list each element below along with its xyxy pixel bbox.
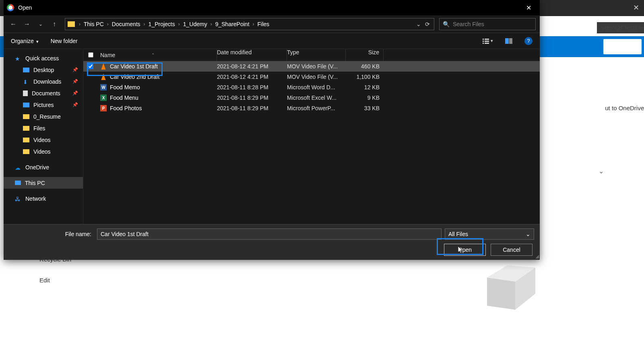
sidebar-label: Quick access [25,55,59,62]
open-button[interactable]: Open [444,244,486,256]
svg-rect-10 [505,38,509,44]
file-size-cell: 12 KB [346,84,384,90]
breadcrumb-udemy[interactable]: 1_Udemy [182,21,209,27]
download-icon: ⬇ [23,79,29,84]
help-button[interactable]: ? [524,37,533,45]
sidebar-label: Network [25,195,46,202]
sidebar-label: This PC [25,180,45,186]
sidebar-label: Documents [32,90,60,97]
svg-rect-4 [483,39,484,40]
file-size-cell: 9 KB [346,95,384,101]
file-name-cell: XFood Menu [98,95,217,101]
vlc-file-icon [100,63,107,70]
chevron-down-icon: ⌄ [526,231,530,237]
svg-rect-8 [483,43,484,44]
folder-icon [23,114,29,119]
dialog-toolbar: Organize ▾ New folder ▾ ? [4,33,540,49]
search-placeholder: Search Files [453,21,484,27]
address-dropdown-icon[interactable]: ⌄ [416,21,421,27]
pc-icon [15,181,21,185]
breadcrumb-sharepoint[interactable]: 9_SharePoint [214,21,251,27]
file-size-cell: 460 KB [346,63,384,70]
sidebar-this-pc[interactable]: This PC [4,177,83,189]
file-row[interactable]: XFood Menu2021-08-11 8:29 PMMicrosoft Ex… [83,93,540,103]
view-options-button[interactable]: ▾ [483,38,493,44]
column-checkbox[interactable] [83,52,98,58]
row-checkbox-cell[interactable] [83,64,98,69]
nav-recent-dropdown[interactable]: ⌄ [35,19,46,30]
breadcrumb-separator: › [178,21,181,27]
preview-pane-button[interactable] [505,38,512,44]
sidebar-files[interactable]: Files [4,122,83,134]
refresh-icon[interactable]: ⟳ [425,21,430,27]
sidebar-desktop[interactable]: Desktop 📌 [4,64,83,76]
sharepoint-search-box[interactable] [603,39,642,54]
file-type-cell: MOV Video File (V... [287,63,346,70]
select-all-checkbox[interactable] [88,52,93,58]
svg-rect-9 [485,43,489,44]
sidebar-documents[interactable]: Documents 📌 [4,87,83,99]
file-rows-container: Car Video 1st Draft2021-08-12 4:21 PMMOV… [83,61,540,113]
svg-rect-7 [485,41,489,42]
row-checkbox[interactable] [88,64,93,69]
sidebar-videos-1[interactable]: Videos [4,134,83,146]
nav-forward-button[interactable]: → [21,19,33,30]
breadcrumb-separator: › [78,21,81,27]
browser-close-icon[interactable]: ✕ [633,3,639,12]
column-name-header[interactable]: Name ⌃ [98,49,217,61]
breadcrumb-projects[interactable]: 1_Projects [147,21,177,27]
bg-nav-edit[interactable]: Edit [39,277,50,284]
sidebar-pictures[interactable]: Pictures 📌 [4,99,83,111]
breadcrumb-files[interactable]: Files [256,21,271,27]
file-row[interactable]: Car Video 1st Draft2021-08-12 4:21 PMMOV… [83,61,540,72]
svg-rect-6 [483,41,484,42]
dialog-title-bar[interactable]: Open ✕ [4,0,540,15]
onedrive-hint-text: ut to OneDrive [605,105,644,111]
pin-icon: 📌 [72,102,78,107]
chevron-down-icon[interactable]: ⌄ [599,167,604,175]
file-open-dialog: Open ✕ ← → ⌄ ↑ › This PC › Documents › 1… [4,0,540,260]
file-type-cell: Microsoft PowerP... [287,105,346,111]
vlc-file-icon [100,74,107,80]
column-size-header[interactable]: Size [346,49,384,61]
nav-up-button[interactable]: ↑ [49,19,60,30]
network-icon: 🖧 [15,196,21,202]
empty-folder-graphic [475,257,539,310]
column-name-label: Name [100,52,115,58]
sidebar-label: Files [33,125,45,132]
sidebar-network[interactable]: 🖧 Network [4,193,83,204]
breadcrumb-this-pc[interactable]: This PC [82,21,105,27]
file-type-cell: Microsoft Excel W... [287,95,346,101]
search-input[interactable]: 🔍 Search Files [439,18,536,30]
file-name-input[interactable] [97,228,442,240]
dialog-close-button[interactable]: ✕ [520,4,537,12]
organize-button[interactable]: Organize ▾ [11,38,39,44]
sidebar-downloads[interactable]: ⬇ Downloads 📌 [4,76,83,87]
file-name-cell: Car Video 1st Draft [98,63,217,70]
breadcrumb-address-bar[interactable]: › This PC › Documents › 1_Projects › 1_U… [65,18,434,30]
folder-icon [23,149,29,154]
sidebar-label: Videos [33,137,51,143]
column-type-header[interactable]: Type [287,49,346,61]
sidebar-onedrive[interactable]: ☁ OneDrive [4,161,83,173]
chevron-down-icon: ▾ [491,38,493,43]
cancel-button[interactable]: Cancel [491,244,533,256]
file-type-select[interactable]: All Files ⌄ [445,228,534,240]
nav-back-button[interactable]: ← [8,19,19,30]
new-folder-button[interactable]: New folder [51,38,78,44]
sidebar-resume[interactable]: 0_Resume [4,111,83,122]
column-date-header[interactable]: Date modified [217,49,287,61]
file-row[interactable]: PFood Photos2021-08-11 8:29 PMMicrosoft … [83,103,540,113]
navigation-bar: ← → ⌄ ↑ › This PC › Documents › 1_Projec… [4,15,540,33]
sidebar-videos-2[interactable]: Videos [4,146,83,157]
breadcrumb-separator: › [106,21,109,27]
file-size-cell: 33 KB [346,105,384,111]
file-row[interactable]: Car Video 2nd Draft2021-08-12 4:21 PMMOV… [83,72,540,82]
breadcrumb-documents[interactable]: Documents [110,21,142,27]
sidebar-quick-access[interactable]: ★ Quick access [4,52,83,64]
file-name-cell: Car Video 2nd Draft [98,74,217,80]
star-icon: ★ [15,56,21,61]
file-row[interactable]: WFood Memo2021-08-11 8:28 PMMicrosoft Wo… [83,82,540,93]
resize-grip-icon[interactable]: ◢ [535,253,539,259]
sidebar-label: Downloads [33,78,61,85]
